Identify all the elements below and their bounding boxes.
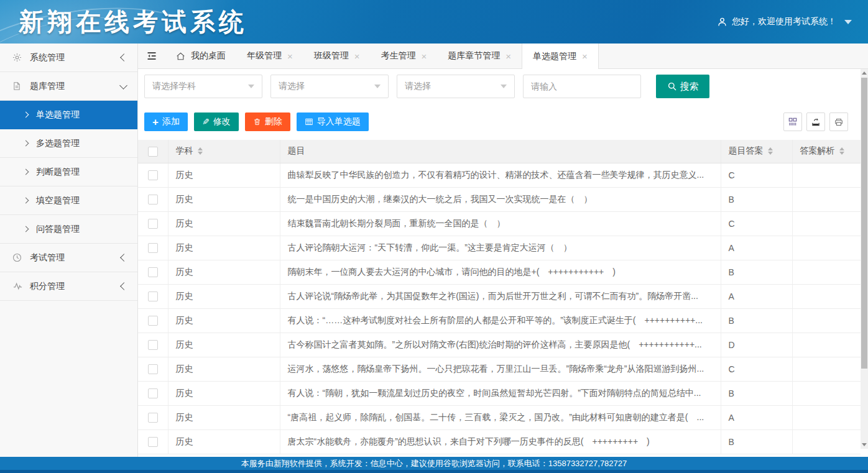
sidebar-item-score[interactable]: 积分管理 <box>0 272 137 301</box>
subject-cell: 历史 <box>168 333 280 357</box>
row-checkbox[interactable] <box>148 413 158 423</box>
row-checkbox[interactable] <box>148 364 158 374</box>
export-button[interactable] <box>806 113 825 131</box>
filter-bar: 请选择学科 请选择 请选择 <box>138 69 861 98</box>
column-header-analysis: 答案解析 <box>792 140 861 163</box>
plus-icon: + <box>152 117 159 127</box>
row-checkbox[interactable] <box>148 437 158 447</box>
subject-select-value: 请选择学科 <box>152 81 196 92</box>
close-icon[interactable]: × <box>287 52 293 61</box>
filter-select-2[interactable]: 请选择 <box>270 75 389 98</box>
sidebar-item-single-choice[interactable]: 单选题管理 <box>0 101 137 129</box>
sidebar-item-qa[interactable]: 问答题管理 <box>0 215 137 244</box>
sidebar-item-label: 积分管理 <box>30 281 65 292</box>
filter-select-3[interactable]: 请选择 <box>397 75 515 98</box>
keyword-input[interactable] <box>523 75 641 98</box>
row-checkbox[interactable] <box>148 292 158 301</box>
sidebar-item-label: 考试管理 <box>30 252 65 264</box>
sidebar-item-label: 问答题管理 <box>36 224 80 235</box>
subject-cell: 历史 <box>168 187 280 211</box>
tab-examinee[interactable]: 考生管理× <box>371 44 438 68</box>
question-cell: 古人评论说“隋炀帝此举，为其国促数年之祚(国运)，而为后世开万世之利，可谓不仁而… <box>280 284 721 308</box>
close-icon[interactable]: × <box>422 52 427 61</box>
user-menu[interactable]: 您好，欢迎使用考试系统！ <box>717 16 852 27</box>
sidebar-item-label: 填空题管理 <box>36 195 80 206</box>
close-icon[interactable]: × <box>354 52 360 61</box>
sidebar-item-question-bank[interactable]: 题库管理 <box>0 72 137 101</box>
answer-cell: A <box>721 284 792 308</box>
tab-single-choice[interactable]: 单选题管理× <box>522 44 599 69</box>
document-icon <box>12 81 23 91</box>
sidebar-item-label: 系统管理 <box>30 52 65 63</box>
content-area: 请选择学科 请选择 请选择 <box>138 69 868 457</box>
row-checkbox[interactable] <box>148 170 158 180</box>
add-button[interactable]: + 添加 <box>144 113 188 131</box>
caret-down-icon <box>374 85 381 88</box>
question-cell: 统一是中国历史的大潮，继秦汉的大一统之后，我国又一次实现统一是在（ ） <box>280 187 721 211</box>
scroll-down-arrow[interactable] <box>862 443 867 446</box>
table-row: 历史唐太宗“水能载舟，亦能覆舟”的思想认识，来自于对下列哪一历史事件的反思( +… <box>138 429 861 454</box>
toggle-columns-button[interactable] <box>783 113 802 131</box>
analysis-cell <box>792 163 861 187</box>
questions-table: 学科 题目 题目答案 答案解析 <box>138 140 861 454</box>
close-icon[interactable]: × <box>506 52 511 61</box>
sort-icon[interactable] <box>839 147 844 155</box>
answer-cell: D <box>721 333 792 357</box>
row-checkbox[interactable] <box>148 219 158 229</box>
tab-grade[interactable]: 年级管理× <box>236 44 303 68</box>
chevron-down-icon <box>844 20 852 24</box>
filter-select-2-value: 请选择 <box>279 81 305 92</box>
question-cell: 古今称国计之富者莫如隋。”之所以对隋文帝(右图)统治时期的评价这样高，主要原因是… <box>280 333 721 357</box>
row-checkbox[interactable] <box>148 340 158 350</box>
analysis-cell <box>792 284 861 308</box>
tab-chapter[interactable]: 题库章节管理× <box>437 44 522 68</box>
question-cell: 有人说：“……这种考试制度对社会上所有阶层的人都是公开和平等的。”该制度正式诞生… <box>280 308 721 333</box>
row-checkbox[interactable] <box>148 195 158 204</box>
analysis-cell <box>792 236 861 260</box>
sidebar-item-label: 单选题管理 <box>36 109 80 121</box>
row-checkbox[interactable] <box>148 243 158 253</box>
collapse-sidebar-icon[interactable] <box>138 44 165 68</box>
chevron-left-icon <box>120 283 126 290</box>
sidebar-item-true-false[interactable]: 判断题管理 <box>0 158 137 186</box>
close-icon[interactable]: × <box>582 52 588 61</box>
search-icon <box>667 81 677 91</box>
table-row: 历史曲辕犁反映了中华民族的创造力，不仅有着精巧的设计、精湛的技术、还蕴含着一些美… <box>138 163 861 187</box>
row-checkbox[interactable] <box>148 388 158 398</box>
select-all-checkbox[interactable] <box>148 147 158 157</box>
user-greeting: 您好，欢迎使用考试系统！ <box>732 16 836 27</box>
tab-class[interactable]: 班级管理× <box>303 44 371 68</box>
print-icon <box>834 117 844 127</box>
search-button[interactable]: 搜索 <box>656 75 709 98</box>
sidebar: 系统管理题库管理单选题管理多选题管理判断题管理填空题管理问答题管理考试管理积分管… <box>0 44 138 457</box>
analysis-cell <box>792 260 861 284</box>
table-row: 历史隋朝末年，一位商人要去大运河的中心城市，请问他的目的地是+( +++++++… <box>138 260 861 284</box>
sidebar-item-multi-choice[interactable]: 多选题管理 <box>0 129 137 158</box>
main-panel: 我的桌面年级管理×班级管理×考生管理×题库章节管理×单选题管理× 请选择学科 请… <box>138 44 868 457</box>
table-row: 历史有人说：“……这种考试制度对社会上所有阶层的人都是公开和平等的。”该制度正式… <box>138 308 861 333</box>
tab-desktop[interactable]: 我的桌面 <box>165 44 236 68</box>
scroll-up-arrow[interactable] <box>862 71 867 75</box>
sort-icon[interactable] <box>768 147 773 155</box>
sidebar-item-exam[interactable]: 考试管理 <box>0 244 137 272</box>
print-button[interactable] <box>829 113 848 131</box>
sort-icon[interactable] <box>198 147 203 155</box>
subject-cell: 历史 <box>168 357 280 381</box>
table-row: 历史“唐高祖，起义师，除隋乱，创国基。二十传，三百载，梁灭之，国乃改。”由此材料… <box>138 405 861 429</box>
sidebar-item-fill-blank[interactable]: 填空题管理 <box>0 186 137 215</box>
subject-select[interactable]: 请选择学科 <box>144 75 262 98</box>
import-button[interactable]: 导入单选题 <box>297 113 369 131</box>
table-row: 历史古人评论说“隋炀帝此举，为其国促数年之祚(国运)，而为后世开万世之利，可谓不… <box>138 284 861 308</box>
tab-list: 我的桌面年级管理×班级管理×考生管理×题库章节管理×单选题管理× <box>165 44 599 68</box>
footer: 本服务由新翔软件提供，系统开发：信息中心，建议使用谷歌浏览器访问，联系电话：13… <box>0 457 868 473</box>
delete-button[interactable]: 删除 <box>245 113 290 131</box>
edit-button[interactable]: ✎ 修改 <box>194 113 239 131</box>
row-checkbox[interactable] <box>148 267 158 277</box>
row-checkbox[interactable] <box>148 316 158 326</box>
sidebar-item-label: 多选题管理 <box>36 138 80 149</box>
sidebar-item-system[interactable]: 系统管理 <box>0 44 137 72</box>
chevron-right-icon <box>23 169 29 175</box>
vertical-scrollbar[interactable] <box>861 69 868 449</box>
action-toolbar: + 添加 ✎ 修改 删除 <box>138 98 861 140</box>
scrollbar-thumb[interactable] <box>861 78 867 369</box>
